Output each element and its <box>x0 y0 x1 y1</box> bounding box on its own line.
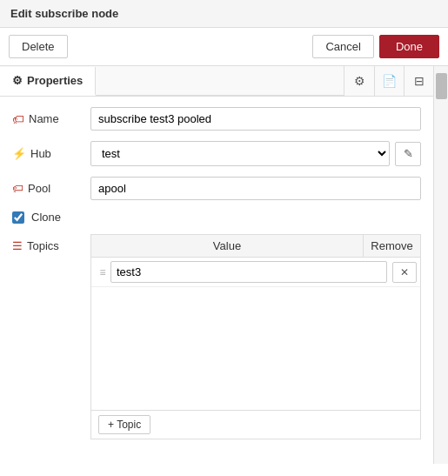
toolbar-right: Cancel Done <box>312 35 439 58</box>
remove-topic-button[interactable]: ✕ <box>392 262 417 283</box>
topics-icon: ☰ <box>12 239 23 252</box>
clone-checkbox[interactable] <box>12 211 24 224</box>
settings-icon: ⚙ <box>354 74 365 88</box>
main-scrollbar[interactable] <box>433 66 448 464</box>
clone-row: Clone <box>12 211 421 224</box>
tab-properties-label: Properties <box>27 74 83 87</box>
hub-icon: ⚡ <box>12 147 26 160</box>
scroll-thumb <box>436 73 447 99</box>
pool-icon: 🏷 <box>12 182 23 195</box>
cancel-button[interactable]: Cancel <box>312 35 373 58</box>
hub-select[interactable]: test <box>90 141 390 166</box>
hub-controls: test ✎ <box>90 141 421 166</box>
pool-input[interactable] <box>90 177 421 200</box>
col-value-header: Value <box>91 235 364 257</box>
tab-icon-doc[interactable]: 📄 <box>374 66 404 96</box>
topics-table-footer: + Topic <box>91 410 420 439</box>
tab-properties[interactable]: Properties <box>0 67 96 96</box>
document-icon: 📄 <box>382 74 397 88</box>
topics-table-body: ≡ ✕ <box>91 258 420 410</box>
clone-label: Clone <box>31 211 61 224</box>
name-icon: 🏷 <box>12 112 24 126</box>
hub-label: ⚡ Hub <box>12 147 90 160</box>
name-label: 🏷 Name <box>12 112 90 126</box>
name-row: 🏷 Name <box>12 107 421 131</box>
left-panel: Properties ⚙ 📄 ⊟ 🏷 Name <box>0 66 433 464</box>
name-input[interactable] <box>90 107 421 131</box>
topics-label: ☰ Topics <box>12 234 90 252</box>
content-outer: Properties ⚙ 📄 ⊟ 🏷 Name <box>0 66 448 464</box>
drag-handle-icon[interactable]: ≡ <box>95 266 110 278</box>
add-topic-button[interactable]: + Topic <box>98 415 150 434</box>
topics-row: ☰ Topics Value Remove ≡ <box>12 234 421 439</box>
tab-icon-gear[interactable]: ⚙ <box>344 66 374 96</box>
tab-icon-table[interactable]: ⊟ <box>404 66 433 96</box>
topics-table-container: Value Remove ≡ ✕ <box>90 234 421 439</box>
pool-label: 🏷 Pool <box>12 182 90 195</box>
form-area: 🏷 Name ⚡ Hub test ✎ <box>0 97 433 450</box>
done-button[interactable]: Done <box>379 35 439 58</box>
title-bar: Edit subscribe node <box>0 0 448 28</box>
gear-icon <box>12 74 23 87</box>
tabs-row: Properties ⚙ 📄 ⊟ <box>0 66 433 97</box>
grid-icon: ⊟ <box>414 74 425 88</box>
delete-button[interactable]: Delete <box>9 35 68 58</box>
pencil-icon: ✎ <box>404 147 413 160</box>
topic-value-input[interactable] <box>110 261 387 283</box>
topics-table: Value Remove ≡ ✕ <box>90 234 421 439</box>
table-row: ≡ ✕ <box>91 258 420 287</box>
pool-row: 🏷 Pool <box>12 177 421 200</box>
tab-icons: ⚙ 📄 ⊟ <box>344 66 433 96</box>
topics-table-header: Value Remove <box>91 235 420 258</box>
title-text: Edit subscribe node <box>10 7 118 20</box>
hub-edit-button[interactable]: ✎ <box>395 142 421 166</box>
col-remove-header: Remove <box>364 235 420 257</box>
hub-row: ⚡ Hub test ✎ <box>12 141 421 166</box>
close-icon: ✕ <box>400 266 409 278</box>
toolbar: Delete Cancel Done <box>0 28 448 66</box>
